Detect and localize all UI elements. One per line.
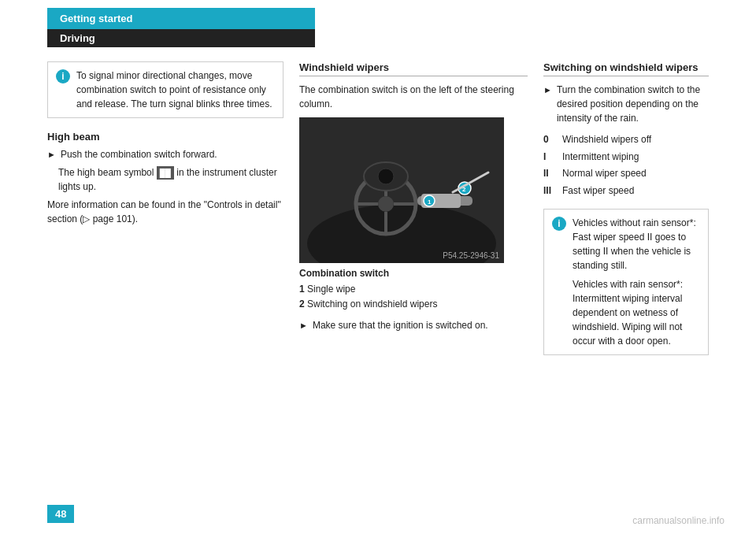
switch-item-II: II Normal wiper speed	[543, 165, 709, 183]
caption-items: 1 Single wipe 2 Switching on windshield …	[299, 282, 528, 312]
high-beam-bullet1: ► Push the combination switch forward.	[47, 147, 284, 161]
high-beam-section: High beam ► Push the combination switch …	[47, 131, 284, 226]
subheader-title: Driving	[60, 32, 95, 44]
subheader: Driving	[47, 29, 315, 47]
high-beam-subtext: The high beam symbol ██ in the instrumen…	[58, 165, 284, 194]
turn-bullet: ► Turn the combination switch to the des…	[543, 83, 709, 125]
right-column: Switching on windshield wipers ► Turn th…	[543, 61, 709, 534]
caption-item-1: 1 Single wipe	[299, 282, 528, 297]
switching-title: Switching on windshield wipers	[543, 61, 709, 76]
rain-info-text1: Vehicles without rain sensor*: Fast wipe…	[573, 216, 700, 273]
high-beam-symbol: ██	[157, 166, 174, 180]
arrow-icon-right: ►	[543, 83, 552, 97]
switch-items: 0 Windshield wipers off I Intermittent w…	[543, 132, 709, 199]
info-box-direction: i To signal minor directional changes, m…	[47, 61, 284, 118]
header-title: Getting started	[60, 13, 132, 24]
svg-point-8	[378, 169, 394, 184]
left-column: i To signal minor directional changes, m…	[47, 61, 284, 534]
info-box-rain: i Vehicles without rain sensor*: Fast wi…	[543, 209, 709, 355]
info-icon: i	[56, 69, 70, 83]
switch-item-I: I Intermittent wiping	[543, 149, 709, 166]
middle-column: Windshield wipers The combination switch…	[299, 61, 528, 534]
diagram-box: 1 2 P54.25-2946-31	[299, 117, 504, 263]
diagram-label: P54.25-2946-31	[443, 251, 499, 260]
page-number: 48	[47, 505, 74, 523]
more-info-text: More information can be found in the "Co…	[47, 198, 284, 226]
switch-item-0: 0 Windshield wipers off	[543, 132, 709, 149]
high-beam-heading: High beam	[47, 131, 284, 143]
windshield-intro: The combination switch is on the left of…	[299, 83, 528, 111]
header-bar: Getting started	[47, 8, 315, 29]
arrow-icon: ►	[47, 148, 56, 161]
caption-item-2: 2 Switching on windshield wipers	[299, 297, 528, 312]
ignition-bullet: ► Make sure that the ignition is switche…	[299, 318, 528, 332]
switch-item-III: III Fast wiper speed	[543, 183, 709, 200]
page-container: Getting started Driving i To signal mino…	[0, 0, 756, 534]
svg-point-2	[378, 196, 394, 212]
arrow-icon-mid: ►	[299, 319, 308, 332]
svg-text:1: 1	[428, 198, 432, 206]
rain-info-text2: Vehicles with rain sensor*: Intermittent…	[573, 277, 700, 348]
watermark: carmanualsonline.info	[632, 515, 724, 526]
rain-info-text: Vehicles without rain sensor*: Fast wipe…	[573, 216, 700, 348]
top-headers: Getting started Driving	[0, 8, 756, 47]
info-icon-right: i	[552, 217, 566, 231]
diagram-svg: 1 2	[299, 117, 504, 263]
content-area: i To signal minor directional changes, m…	[0, 61, 756, 534]
windshield-wipers-title: Windshield wipers	[299, 61, 528, 76]
info-text: To signal minor directional changes, mov…	[76, 69, 275, 111]
caption-title: Combination switch	[299, 268, 528, 279]
